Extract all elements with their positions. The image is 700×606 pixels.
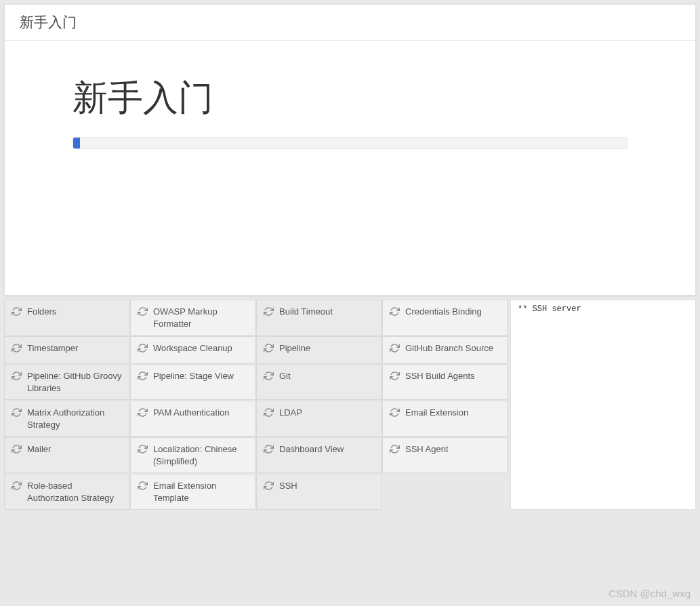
- plugin-label: Email Extension Template: [153, 480, 248, 504]
- refresh-icon: [138, 306, 148, 317]
- card-body: 新手入门: [5, 41, 695, 183]
- plugin-label: Credentials Binding: [405, 306, 482, 318]
- refresh-icon: [264, 407, 274, 418]
- plugin-item: SSH Agent: [382, 437, 508, 473]
- plugin-item: Timestamper: [4, 336, 129, 363]
- plugin-item: Pipeline: GitHub Groovy Libraries: [4, 364, 129, 400]
- refresh-icon: [12, 343, 22, 353]
- plugin-item: SSH Build Agents: [382, 364, 508, 400]
- plugin-label: Git: [279, 370, 291, 382]
- refresh-icon: [138, 444, 148, 454]
- plugin-item: LDAP: [256, 401, 382, 437]
- plugin-label: SSH Agent: [405, 443, 449, 456]
- plugin-item: Dashboard View: [256, 437, 382, 473]
- plugin-item: Pipeline: [256, 336, 382, 363]
- plugin-label: Dashboard View: [279, 443, 344, 456]
- plugin-item: Email Extension Template: [130, 474, 255, 510]
- plugin-item: Folders: [4, 300, 129, 336]
- refresh-icon: [12, 371, 22, 381]
- plugin-label: SSH: [279, 480, 297, 492]
- plugin-label: Mailer: [27, 443, 51, 456]
- plugin-item: Role-based Authorization Strategy: [4, 474, 129, 510]
- refresh-icon: [390, 444, 400, 454]
- plugin-item: Matrix Authorization Strategy: [4, 401, 129, 437]
- refresh-icon: [12, 306, 22, 317]
- plugin-label: OWASP Markup Formatter: [153, 306, 248, 329]
- refresh-icon: [264, 444, 274, 454]
- setup-wizard-card: 新手入门 新手入门: [4, 4, 696, 296]
- plugin-item: Pipeline: Stage View: [130, 364, 255, 400]
- plugin-grid: FoldersOWASP Markup FormatterBuild Timeo…: [4, 300, 508, 510]
- log-line: ** SSH server: [518, 304, 581, 314]
- refresh-icon: [12, 444, 22, 454]
- watermark: CSDN @chd_wxg: [609, 588, 691, 599]
- refresh-icon: [264, 343, 274, 353]
- progress-bar: [73, 137, 627, 149]
- plugin-item: OWASP Markup Formatter: [130, 300, 255, 336]
- refresh-icon: [390, 343, 400, 353]
- plugin-item: SSH: [256, 474, 382, 510]
- plugin-label: SSH Build Agents: [405, 370, 475, 382]
- plugin-item: PAM Authentication: [130, 401, 255, 437]
- plugin-item: Git: [256, 364, 382, 400]
- plugin-label: Pipeline: [279, 342, 310, 355]
- plugin-label: Timestamper: [27, 342, 78, 355]
- plugin-label: Matrix Authorization Strategy: [27, 407, 122, 430]
- plugin-item: Build Timeout: [256, 300, 382, 336]
- refresh-icon: [138, 407, 148, 418]
- plugin-label: Pipeline: GitHub Groovy Libraries: [27, 370, 122, 394]
- plugin-label: Email Extension: [405, 407, 468, 419]
- install-log-panel: ** SSH server: [510, 300, 696, 510]
- refresh-icon: [390, 407, 400, 418]
- refresh-icon: [12, 481, 22, 491]
- bottom-area: FoldersOWASP Markup FormatterBuild Timeo…: [4, 300, 696, 510]
- plugin-label: LDAP: [279, 407, 302, 419]
- plugin-label: Localization: Chinese (Simplified): [153, 443, 248, 467]
- plugin-item: Email Extension: [382, 401, 508, 437]
- refresh-icon: [138, 343, 148, 353]
- refresh-icon: [138, 481, 148, 491]
- plugin-label: Workspace Cleanup: [153, 342, 232, 355]
- plugin-label: GitHub Branch Source: [405, 342, 493, 355]
- card-header-label: 新手入门: [20, 14, 77, 30]
- plugin-item: Credentials Binding: [382, 300, 508, 336]
- refresh-icon: [390, 371, 400, 381]
- card-header: 新手入门: [5, 5, 695, 41]
- refresh-icon: [264, 306, 274, 317]
- refresh-icon: [264, 481, 274, 491]
- refresh-icon: [390, 306, 400, 317]
- plugin-label: Build Timeout: [279, 306, 333, 318]
- refresh-icon: [264, 371, 274, 381]
- refresh-icon: [12, 407, 22, 418]
- plugin-item: Workspace Cleanup: [130, 336, 255, 363]
- plugin-item: Mailer: [4, 437, 129, 473]
- plugin-item: GitHub Branch Source: [382, 336, 508, 363]
- progress-fill: [73, 138, 80, 148]
- plugin-label: PAM Authentication: [153, 407, 230, 419]
- plugin-label: Pipeline: Stage View: [153, 370, 234, 382]
- plugin-item: Localization: Chinese (Simplified): [130, 437, 255, 473]
- refresh-icon: [138, 371, 148, 381]
- plugin-label: Folders: [27, 306, 56, 318]
- page-title: 新手入门: [73, 75, 627, 122]
- plugin-label: Role-based Authorization Strategy: [27, 480, 122, 504]
